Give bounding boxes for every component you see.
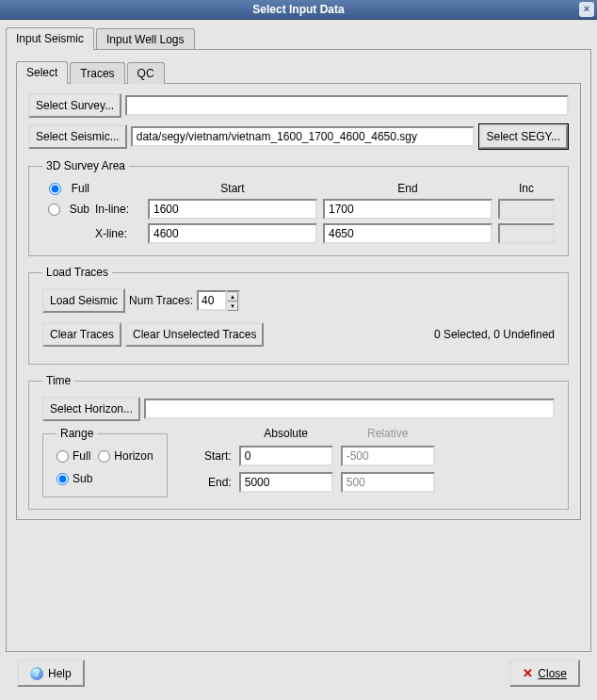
inline-end-input[interactable] bbox=[323, 199, 492, 220]
tab-input-well-logs[interactable]: Input Well Logs bbox=[96, 28, 195, 50]
time-start-abs-input[interactable] bbox=[239, 446, 333, 466]
num-traces-spinner[interactable]: ▲ ▼ bbox=[197, 290, 240, 311]
range-group: Range Full Horizon bbox=[42, 427, 168, 497]
load-traces-legend: Load Traces bbox=[42, 266, 112, 279]
tab-select[interactable]: Select bbox=[16, 61, 68, 84]
close-icon: ✕ bbox=[523, 666, 533, 680]
num-traces-input[interactable] bbox=[197, 290, 227, 311]
load-traces-group: Load Traces Load Seismic Num Traces: ▲ ▼… bbox=[28, 266, 569, 365]
range-horizon-radio[interactable]: Horizon bbox=[98, 449, 153, 463]
xline-label: X-line: bbox=[95, 227, 142, 240]
inline-start-input[interactable] bbox=[148, 199, 317, 220]
survey-3d-legend: 3D Survey Area bbox=[42, 159, 129, 172]
select-seismic-button[interactable]: Select Seismic... bbox=[28, 124, 127, 149]
window-close-icon[interactable]: × bbox=[579, 2, 594, 17]
window-title: Select Input Data bbox=[252, 3, 344, 16]
range-full-radio[interactable]: Full bbox=[56, 449, 90, 463]
range-legend: Range bbox=[56, 427, 97, 440]
start-header: Start bbox=[148, 182, 317, 195]
time-start-rel-input bbox=[341, 446, 435, 466]
absolute-header: Absolute bbox=[239, 427, 333, 440]
help-icon: ? bbox=[30, 667, 43, 680]
load-seismic-button[interactable]: Load Seismic bbox=[42, 288, 125, 313]
time-group: Time Select Horizon... Range Full bbox=[28, 374, 569, 510]
select-tab-content: Select Survey... Select Seismic... Selec… bbox=[16, 83, 581, 520]
dialog-footer: ? Help ✕ Close bbox=[6, 652, 591, 694]
spinner-down-icon[interactable]: ▼ bbox=[227, 301, 238, 311]
num-traces-label: Num Traces: bbox=[129, 294, 193, 307]
survey-full-radio[interactable]: Full bbox=[42, 182, 89, 195]
survey-input[interactable] bbox=[125, 95, 569, 116]
trace-status-text: 0 Selected, 0 Undefined bbox=[434, 328, 555, 341]
select-horizon-button[interactable]: Select Horizon... bbox=[42, 397, 140, 421]
xline-start-input[interactable] bbox=[148, 223, 317, 244]
help-button[interactable]: ? Help bbox=[17, 659, 85, 687]
seismic-path-input[interactable] bbox=[131, 126, 475, 147]
select-segy-button-wrap: Select SEGY... bbox=[478, 123, 570, 150]
tab-traces[interactable]: Traces bbox=[70, 62, 124, 84]
xline-end-input[interactable] bbox=[323, 223, 492, 244]
select-survey-button[interactable]: Select Survey... bbox=[28, 93, 121, 118]
tab-input-seismic[interactable]: Input Seismic bbox=[6, 27, 94, 50]
clear-traces-button[interactable]: Clear Traces bbox=[42, 322, 121, 347]
survey-3d-group: 3D Survey Area Full Start End Inc Sub In… bbox=[28, 159, 569, 256]
time-end-abs-input[interactable] bbox=[239, 472, 333, 493]
sub-tab-row: Select Traces QC bbox=[16, 59, 581, 83]
window-titlebar: Select Input Data × bbox=[0, 0, 597, 20]
inline-inc-input bbox=[498, 199, 555, 220]
inc-header: Inc bbox=[498, 182, 555, 195]
horizon-input[interactable] bbox=[144, 399, 555, 419]
tab-qc[interactable]: QC bbox=[127, 62, 165, 84]
time-start-label: Start: bbox=[194, 449, 232, 463]
time-end-rel-input bbox=[341, 472, 435, 493]
select-segy-button[interactable]: Select SEGY... bbox=[479, 124, 569, 149]
end-header: End bbox=[323, 182, 492, 195]
range-sub-radio[interactable]: Sub bbox=[56, 472, 153, 485]
time-legend: Time bbox=[42, 374, 74, 387]
inline-label: In-line: bbox=[95, 203, 142, 216]
spinner-up-icon[interactable]: ▲ bbox=[227, 292, 238, 301]
close-button[interactable]: ✕ Close bbox=[509, 659, 580, 687]
top-tab-content: Select Traces QC Select Survey... Select… bbox=[6, 49, 591, 652]
top-tab-row: Input Seismic Input Well Logs bbox=[6, 25, 591, 49]
xline-inc-input bbox=[498, 223, 555, 244]
survey-sub-radio[interactable]: Sub bbox=[42, 203, 89, 216]
relative-header: Relative bbox=[341, 427, 435, 440]
clear-unselected-button[interactable]: Clear Unselected Traces bbox=[125, 322, 264, 347]
time-end-label: End: bbox=[194, 476, 232, 489]
